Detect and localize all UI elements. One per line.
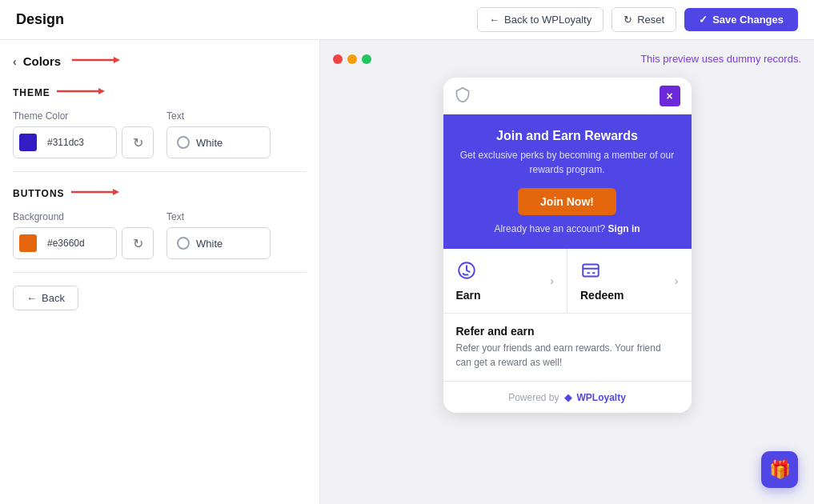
svg-marker-5 xyxy=(113,189,119,195)
buttons-section-label: BUTTONS xyxy=(13,185,307,202)
back-to-wployalty-button[interactable]: ← Back to WPLoyalty xyxy=(477,7,603,32)
theme-section-label: THEME xyxy=(13,84,307,101)
earn-label: Earn xyxy=(456,289,481,302)
wployalty-logo-icon: ◆ xyxy=(564,391,572,403)
reset-icon: ↻ xyxy=(624,14,632,26)
buttons-bg-reset-button[interactable]: ↻ xyxy=(122,227,154,259)
widget-cards-row: Earn › Redeem › xyxy=(443,249,692,314)
header: Design ← Back to WPLoyalty ↻ Reset ✓ Sav… xyxy=(0,0,814,40)
right-panel: This preview uses dummy records. × Join … xyxy=(320,40,814,504)
arrow-left-icon: ← xyxy=(489,14,499,26)
buttons-text-radio[interactable]: White xyxy=(166,227,271,259)
buttons-bg-swatch xyxy=(14,228,42,258)
back-panel-button[interactable]: ← Back xyxy=(13,286,78,310)
sign-in-row: Already have an account? Sign in xyxy=(459,223,676,234)
theme-swatch-box xyxy=(19,134,37,151)
buttons-swatch-box xyxy=(19,234,37,252)
theme-color-field: Theme Color ↻ xyxy=(13,110,154,158)
theme-text-field: Text White xyxy=(166,110,271,158)
sign-in-link[interactable]: Sign in xyxy=(608,223,640,234)
buttons-bg-input[interactable] xyxy=(13,227,117,259)
theme-text-radio[interactable]: White xyxy=(166,126,271,158)
redeem-chevron-icon: › xyxy=(675,274,679,287)
theme-color-swatch xyxy=(14,127,42,158)
widget-hero-title: Join and Earn Rewards xyxy=(459,129,676,143)
theme-fields-row: Theme Color ↻ Text White xyxy=(13,110,307,158)
earn-card-content: Earn xyxy=(456,260,481,302)
page-title: Design xyxy=(16,11,64,28)
theme-text-radio-circle xyxy=(177,136,190,149)
svg-marker-1 xyxy=(114,57,120,63)
widget-footer: Powered by ◆ WPLoyalty xyxy=(443,382,692,413)
main-layout: ‹ Colors THEME Theme Col xyxy=(0,40,814,504)
refer-title: Refer and earn xyxy=(456,325,679,338)
widget-top-bar: × xyxy=(443,78,692,114)
dot-red xyxy=(333,54,343,64)
svg-rect-7 xyxy=(583,264,599,276)
gift-icon: 🎁 xyxy=(769,459,791,480)
redeem-card-content: Redeem xyxy=(580,260,624,302)
wployalty-brand: WPLoyalty xyxy=(577,392,626,403)
buttons-annotation-arrow xyxy=(71,185,119,202)
divider xyxy=(13,171,307,172)
buttons-text-radio-circle xyxy=(177,237,190,250)
redeem-label: Redeem xyxy=(580,289,624,302)
annotation-arrow xyxy=(72,53,120,70)
earn-card[interactable]: Earn › xyxy=(443,249,568,313)
theme-color-hex-input[interactable] xyxy=(42,137,116,148)
refer-subtitle: Refer your friends and earn rewards. You… xyxy=(456,341,679,370)
preview-notice: This preview uses dummy records. xyxy=(640,53,801,65)
theme-color-input[interactable] xyxy=(13,126,117,158)
widget-close-button[interactable]: × xyxy=(660,86,680,106)
redeem-card[interactable]: Redeem › xyxy=(567,249,692,313)
join-now-button[interactable]: Join Now! xyxy=(518,188,616,215)
back-arrow-icon: ← xyxy=(26,292,37,304)
float-gift-button[interactable]: 🎁 xyxy=(761,451,798,488)
buttons-bg-field: Background ↻ xyxy=(13,211,154,259)
theme-annotation-arrow xyxy=(57,84,105,101)
widget-refer: Refer and earn Refer your friends and ea… xyxy=(443,314,692,382)
theme-color-reset-button[interactable]: ↻ xyxy=(122,126,154,158)
buttons-bg-hex-input[interactable] xyxy=(42,238,116,249)
earn-icon xyxy=(456,260,481,286)
colors-heading[interactable]: ‹ Colors xyxy=(13,53,307,70)
buttons-fields-row: Background ↻ Text White xyxy=(13,211,307,259)
left-panel: ‹ Colors THEME Theme Col xyxy=(0,40,320,504)
earn-chevron-icon: › xyxy=(550,274,554,287)
shield-icon xyxy=(455,86,471,106)
divider-2 xyxy=(13,272,307,273)
dot-yellow xyxy=(347,54,357,64)
header-actions: ← Back to WPLoyalty ↻ Reset ✓ Save Chang… xyxy=(477,7,798,32)
back-chevron-icon: ‹ xyxy=(13,55,17,68)
widget-card: × Join and Earn Rewards Get exclusive pe… xyxy=(443,78,692,413)
reset-button[interactable]: ↻ Reset xyxy=(612,7,676,32)
preview-bar: This preview uses dummy records. xyxy=(333,53,801,65)
save-changes-button[interactable]: ✓ Save Changes xyxy=(684,8,798,31)
dot-green xyxy=(362,54,371,64)
widget-hero: Join and Earn Rewards Get exclusive perk… xyxy=(443,114,692,249)
redeem-icon xyxy=(580,260,624,286)
window-dots xyxy=(333,54,371,64)
widget-hero-subtitle: Get exclusive perks by becoming a member… xyxy=(459,148,676,177)
buttons-text-field: Text White xyxy=(166,211,271,259)
svg-marker-3 xyxy=(98,88,105,94)
check-icon: ✓ xyxy=(699,14,708,26)
